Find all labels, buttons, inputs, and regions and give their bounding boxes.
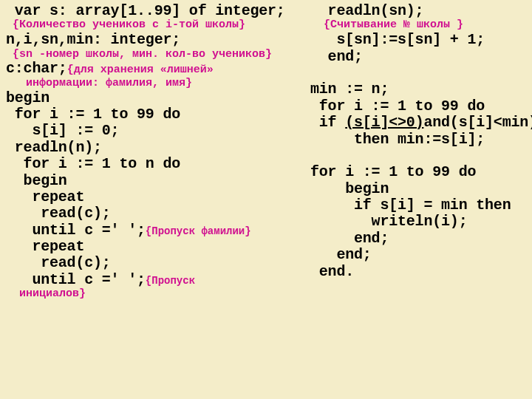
- code-fragment: and(s[i]<min): [423, 114, 532, 131]
- code-line: readln(n);: [6, 140, 301, 156]
- code-line: n,i,sn,min: integer;: [6, 32, 301, 48]
- code-line: end;: [310, 231, 532, 247]
- blank-line: [310, 148, 532, 164]
- code-line: then min:=s[i];: [310, 132, 532, 148]
- code-line: end.: [310, 264, 532, 280]
- left-column: var s: array[1..99] of integer; {Количес…: [6, 3, 301, 301]
- code-fragment: until c =' ';: [6, 271, 146, 288]
- right-column: readln(sn); {Считывание № школы } s[sn]:…: [310, 3, 532, 280]
- code-line: c:char;{для хранения «лишней»: [6, 61, 301, 77]
- code-line: until c =' ';{Пропуск: [6, 272, 301, 288]
- code-line: s[i] := 0;: [6, 123, 301, 139]
- code-line: end;: [310, 247, 532, 263]
- code-line: if s[i] = min then: [310, 197, 532, 214]
- code-line: for i := 1 to 99 do: [6, 106, 301, 123]
- code-line: writeln(i);: [310, 214, 532, 230]
- code-line: for i := 1 to n do: [6, 156, 301, 172]
- comment-fragment: {Пропуск: [146, 275, 195, 287]
- code-line: read(c);: [6, 255, 301, 271]
- code-line: s[sn]:=s[sn] + 1;: [310, 32, 532, 48]
- underlined-fragment: (s[i]<>0): [345, 114, 423, 131]
- code-fragment: if: [310, 114, 345, 131]
- comment-fragment: {Пропуск фамилии}: [146, 225, 251, 237]
- comment-line: {sn -номер школы, мин. кол-во учеников}: [6, 49, 301, 61]
- code-line: min := n;: [310, 81, 532, 98]
- code-line: begin: [310, 181, 532, 197]
- comment-line: инициалов}: [6, 288, 301, 301]
- code-line: repeat: [6, 239, 301, 255]
- code-line: for i := 1 to 99 do: [310, 164, 532, 180]
- comment-line: {Количество учеников с i-той школы}: [6, 19, 301, 32]
- blank-line: [310, 65, 532, 81]
- code-line: for i := 1 to 99 do: [310, 98, 532, 115]
- code-line: repeat: [6, 189, 301, 205]
- code-line: if (s[i]<>0)and(s[i]<min): [310, 115, 532, 131]
- code-line: end;: [310, 49, 532, 65]
- code-line: until c =' ';{Пропуск фамилии}: [6, 222, 301, 239]
- code-line: begin: [6, 90, 301, 106]
- comment-line: {Считывание № школы }: [310, 19, 532, 32]
- comment-fragment: {для хранения «лишней»: [67, 64, 214, 76]
- code-line: begin: [6, 173, 301, 189]
- code-fragment: c:char;: [6, 60, 67, 77]
- code-line: readln(sn);: [310, 3, 532, 19]
- code-fragment: until c =' ';: [6, 222, 146, 239]
- code-line: read(c);: [6, 205, 301, 222]
- comment-line: информации: фамилия, имя}: [6, 78, 301, 90]
- slide: var s: array[1..99] of integer; {Количес…: [0, 0, 532, 399]
- code-line: var s: array[1..99] of integer;: [6, 3, 301, 19]
